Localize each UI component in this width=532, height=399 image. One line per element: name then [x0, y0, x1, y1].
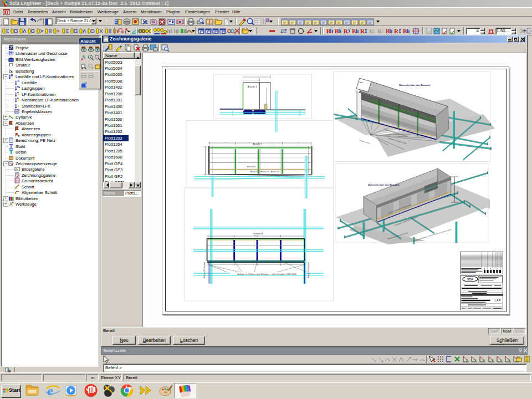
svg-text:Ansicht X: Ansicht X	[248, 85, 257, 88]
svg-text:Auflager im Ortbeton lang Bett: Auflager im Ortbeton lang Bettlager — si…	[237, 273, 296, 275]
svg-text:5.85: 5.85	[219, 263, 222, 265]
svg-text:5.85: 5.85	[268, 263, 270, 265]
svg-text:6.00: 6.00	[271, 141, 274, 143]
svg-text:B: B	[403, 28, 407, 34]
svg-text:B: B	[335, 28, 339, 34]
svg-text:5.85: 5.85	[291, 263, 294, 265]
svg-text:R: R	[394, 28, 399, 34]
svg-text:B: B	[326, 28, 331, 34]
svg-text:Übersicht über das Bauwerk: Übersicht über das Bauwerk	[399, 84, 431, 86]
svg-text:Schnitt 01: Schnitt 01	[253, 232, 264, 235]
svg-text:Auflager OK Setzplatte: Auflager OK Setzplatte	[203, 262, 206, 278]
svg-text:Auflager OK Setzplatte: Auflager OK Setzplatte	[308, 262, 310, 278]
svg-text:6.00: 6.00	[297, 141, 300, 143]
svg-text:B: B	[352, 28, 356, 34]
svg-text:LAP: LAP	[495, 299, 501, 302]
svg-text:6.00: 6.00	[248, 141, 250, 143]
svg-text:R: R	[344, 28, 349, 34]
svg-text:5.85: 5.85	[244, 263, 247, 265]
svg-text:B: B	[386, 28, 390, 34]
svg-text:SCIA: SCIA	[467, 278, 474, 281]
svg-text:6.00: 6.00	[224, 141, 227, 143]
svg-text:R: R	[377, 28, 382, 34]
svg-text:R: R	[369, 28, 374, 34]
svg-text:Ansicht 01 + Ansicht 02 + Ansi: Ansicht 01 + Ansicht 02 + Ansicht 03	[250, 171, 279, 173]
svg-text:Ansicht 03: Ansicht 03	[247, 166, 255, 168]
svg-text:Übersicht über das Bauwerk: Übersicht über das Bauwerk	[368, 183, 400, 186]
svg-text:R: R	[360, 28, 365, 34]
